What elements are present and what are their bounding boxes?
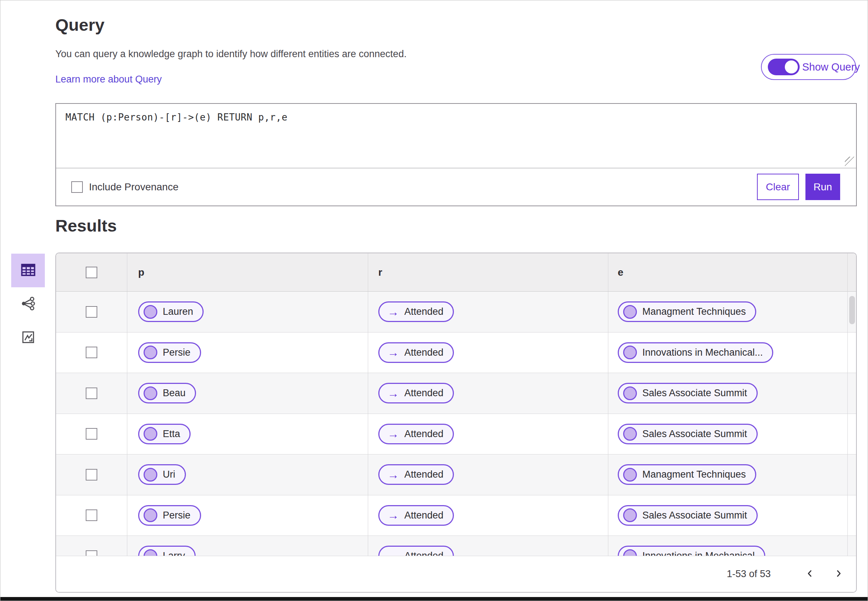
node-circle-icon — [623, 549, 637, 557]
query-page: Query You can query a knowledge graph to… — [0, 0, 868, 601]
toggle-on-icon[interactable] — [768, 59, 799, 75]
relationship-pill[interactable]: → Attended — [378, 464, 454, 485]
entity-pill[interactable]: Managment Techniques — [618, 464, 756, 485]
entity-pill[interactable]: Managment Techniques — [618, 301, 756, 322]
relationship-pill[interactable]: → Attended — [378, 301, 454, 322]
editor-controls: Include Provenance Clear Run — [56, 168, 856, 206]
table-icon — [20, 261, 37, 280]
relationship-pill[interactable]: → Attended — [378, 342, 454, 363]
entity-pill[interactable]: Sales Associate Summit — [618, 424, 758, 444]
table-row: Larry → Attended Innovations in Mechanic… — [56, 536, 856, 557]
entity-pill[interactable]: Uri — [138, 464, 186, 485]
relationship-pill[interactable]: → Attended — [378, 424, 454, 444]
cell-e: Sales Associate Summit — [608, 414, 856, 455]
scrollbar-thumb[interactable] — [849, 296, 855, 324]
view-tile-table[interactable] — [11, 254, 45, 287]
arrow-right-icon: → — [387, 509, 399, 521]
next-page-button[interactable] — [830, 566, 847, 583]
results-title: Results — [55, 216, 117, 236]
entity-pill[interactable]: Beau — [138, 383, 196, 403]
cell-r: → Attended — [368, 373, 608, 413]
cell-p: Larry — [127, 536, 368, 557]
entity-pill[interactable]: Innovations in Mechanical... — [618, 342, 773, 363]
table-footer: 1-53 of 53 — [56, 556, 856, 592]
view-tile-network[interactable] — [11, 287, 45, 321]
window-bottom-edge — [0, 597, 868, 601]
row-checkbox[interactable] — [86, 509, 97, 521]
relationship-pill[interactable]: → Attended — [378, 383, 454, 403]
entity-pill[interactable]: Sales Associate Summit — [618, 505, 758, 526]
node-circle-icon — [143, 305, 157, 319]
arrow-right-icon: → — [387, 347, 399, 358]
column-header-p[interactable]: p — [127, 253, 368, 291]
cell-r: → Attended — [368, 455, 608, 495]
row-checkbox-cell — [56, 373, 127, 413]
table-row: Uri → Attended Managment Techniques — [56, 455, 856, 495]
run-button[interactable]: Run — [806, 174, 840, 200]
node-circle-icon — [143, 508, 157, 522]
row-checkbox[interactable] — [86, 387, 97, 399]
learn-more-link[interactable]: Learn more about Query — [55, 74, 161, 85]
node-circle-icon — [623, 468, 637, 482]
row-checkbox-cell — [56, 291, 127, 332]
row-checkbox-cell — [56, 455, 127, 495]
entity-pill[interactable]: Innovations in Mechanical — [618, 546, 765, 557]
node-circle-icon — [623, 427, 637, 441]
entity-pill[interactable]: Persie — [138, 342, 201, 363]
pagination-range: 1-53 of 53 — [726, 569, 771, 580]
arrow-right-icon: → — [387, 387, 399, 399]
cell-p: Beau — [127, 373, 368, 413]
row-checkbox[interactable] — [86, 347, 97, 358]
cell-p: Lauren — [127, 291, 368, 332]
node-circle-icon — [623, 386, 637, 400]
chevron-right-icon — [833, 568, 844, 580]
table-row: Lauren → Attended Managment Techniques — [56, 291, 856, 333]
resize-grip-icon[interactable] — [845, 157, 854, 166]
cell-e: Managment Techniques — [608, 291, 856, 332]
cell-e: Managment Techniques — [608, 455, 856, 495]
row-checkbox[interactable] — [86, 306, 97, 318]
view-tile-chart[interactable] — [11, 321, 45, 355]
entity-pill[interactable]: Sales Associate Summit — [618, 383, 758, 403]
node-circle-icon — [143, 346, 157, 359]
row-checkbox[interactable] — [86, 428, 97, 439]
header-checkbox-cell — [56, 253, 127, 291]
select-all-checkbox[interactable] — [86, 267, 97, 278]
entity-pill[interactable]: Persie — [138, 505, 201, 526]
table-body: Lauren → Attended Managment Techniques P… — [56, 291, 856, 557]
node-circle-icon — [143, 549, 157, 557]
relationship-pill[interactable]: → Attended — [378, 546, 454, 557]
show-query-label: Show Query — [802, 61, 860, 73]
cell-p: Uri — [127, 455, 368, 495]
table-header-row: p r e — [56, 253, 856, 291]
chevron-left-icon — [804, 568, 815, 580]
column-header-e[interactable]: e — [608, 253, 856, 291]
node-circle-icon — [623, 508, 637, 522]
cell-r: → Attended — [368, 333, 608, 373]
row-checkbox-cell — [56, 414, 127, 455]
entity-pill[interactable]: Etta — [138, 424, 190, 444]
page-description: You can query a knowledge graph to ident… — [55, 49, 407, 60]
row-checkbox-cell — [56, 536, 127, 557]
include-provenance-option[interactable]: Include Provenance — [71, 181, 179, 193]
relationship-pill[interactable]: → Attended — [378, 505, 454, 526]
page-title: Query — [55, 15, 105, 35]
arrow-right-icon: → — [387, 306, 399, 318]
node-circle-icon — [143, 386, 157, 400]
clear-button[interactable]: Clear — [757, 174, 799, 200]
node-circle-icon — [623, 346, 637, 359]
include-provenance-label: Include Provenance — [89, 181, 179, 193]
cell-e: Sales Associate Summit — [608, 495, 856, 536]
include-provenance-checkbox[interactable] — [71, 181, 83, 193]
cell-p: Persie — [127, 333, 368, 373]
entity-pill[interactable]: Lauren — [138, 301, 204, 322]
previous-page-button[interactable] — [801, 566, 818, 583]
row-checkbox[interactable] — [86, 469, 97, 480]
entity-pill[interactable]: Larry — [138, 546, 196, 557]
show-query-toggle[interactable]: Show Query — [761, 54, 856, 80]
column-header-r[interactable]: r — [368, 253, 608, 291]
query-input[interactable]: MATCH (p:Person)-[r]->(e) RETURN p,r,e — [56, 104, 856, 168]
node-circle-icon — [143, 468, 157, 482]
arrow-right-icon: → — [387, 469, 399, 480]
results-table: p r e Lauren → Attended — [55, 253, 857, 593]
